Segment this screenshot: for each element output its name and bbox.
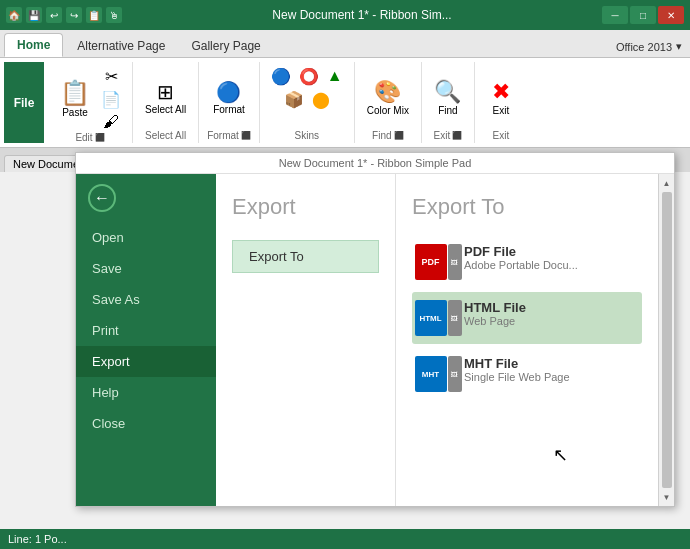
chevron-down-icon: ▾ <box>676 40 682 53</box>
find-button[interactable]: 🔍 Find <box>430 79 466 118</box>
close-button[interactable]: ✕ <box>658 6 684 24</box>
skin3-button[interactable]: ▲ <box>324 66 346 87</box>
clipboard-group-content: 📋 Paste ✂ 📄 🖌 <box>56 62 124 132</box>
backstage-nav: ← Open Save Save As Print Export Help Cl… <box>76 174 216 506</box>
skin5-icon: ⬤ <box>312 90 330 109</box>
titlebar-app-icons: 🏠 💾 ↩ ↪ 📋 🖱 <box>6 7 122 23</box>
mht-item-name: MHT File <box>464 356 570 371</box>
select-group-content: ⊞ Select All <box>141 62 190 130</box>
export-left-title: Export <box>232 194 379 220</box>
mht-icon: MHT <box>415 356 447 392</box>
skin2-icon: ⭕ <box>299 67 319 86</box>
html-item-name: HTML File <box>464 300 526 315</box>
mouse-cursor: ↖ <box>553 444 568 466</box>
export-item-html[interactable]: HTML 🖼 HTML File Web Page <box>412 292 642 344</box>
nav-item-help[interactable]: Help <box>76 377 216 408</box>
exit-icon: ✖ <box>492 81 510 103</box>
format-group-content: 🔵 Format <box>209 62 249 130</box>
minimize-button[interactable]: ─ <box>602 6 628 24</box>
skin4-icon: 📦 <box>284 90 304 109</box>
mht-item-desc: Single File Web Page <box>464 371 570 383</box>
backstage-back-area: ← <box>76 174 216 222</box>
app-icon-home[interactable]: 🏠 <box>6 7 22 23</box>
skins-label: Skins <box>268 130 346 143</box>
mht-icon-container: MHT 🖼 <box>420 356 456 392</box>
html-icon: HTML <box>415 300 447 336</box>
select-all-icon: ⊞ <box>157 82 174 102</box>
skins-group-content: 🔵 ⭕ ▲ 📦 ⬤ <box>268 62 346 130</box>
tab-gallery-page[interactable]: Gallery Page <box>179 35 272 57</box>
nav-item-close[interactable]: Close <box>76 408 216 439</box>
backstage-header: New Document 1* - Ribbon Simple Pad <box>76 153 674 174</box>
nav-item-export[interactable]: Export <box>76 346 216 377</box>
format-button[interactable]: 🔵 Format <box>209 80 249 117</box>
skin3-icon: ▲ <box>327 67 343 85</box>
export-right-title: Export To <box>412 194 642 220</box>
color-mix-icon: 🎨 <box>374 81 401 103</box>
colormix-group-content: 🎨 Color Mix <box>363 62 413 130</box>
tab-home[interactable]: Home <box>4 33 63 57</box>
export-panel: Export Export To Export To PDF 🖼 PDF Fil… <box>216 174 674 506</box>
window-controls: ─ □ ✕ <box>602 6 684 24</box>
html-icon-container: HTML 🖼 <box>420 300 456 336</box>
export-to-button[interactable]: Export To <box>232 240 379 273</box>
ribbon-tab-bar: Home Alternative Page Gallery Page Offic… <box>0 30 690 58</box>
expand-colormix-icon[interactable]: ⬛ <box>394 131 404 140</box>
select-label: Select All <box>141 130 190 143</box>
html-item-text: HTML File Web Page <box>464 300 526 327</box>
find-icon: 🔍 <box>434 81 461 103</box>
scroll-thumb[interactable] <box>662 192 672 488</box>
tab-alternative-page[interactable]: Alternative Page <box>65 35 177 57</box>
colormix-label: Find ⬛ <box>363 130 413 143</box>
skin5-button[interactable]: ⬤ <box>309 89 333 110</box>
pdf-item-desc: Adobe Portable Docu... <box>464 259 578 271</box>
exit-label: Exit <box>483 130 519 143</box>
ribbon-group-format: 🔵 Format Format ⬛ <box>199 62 260 143</box>
app-icon-misc2[interactable]: 🖱 <box>106 7 122 23</box>
pdf-icon: PDF <box>415 244 447 280</box>
export-item-pdf[interactable]: PDF 🖼 PDF File Adobe Portable Docu... <box>412 236 642 288</box>
exit-group-content: ✖ Exit <box>483 62 519 130</box>
select-all-button[interactable]: ⊞ Select All <box>141 80 190 117</box>
ribbon-group-find: 🔍 Find Exit ⬛ <box>422 62 475 143</box>
format-paint-icon: 🖌 <box>103 113 119 131</box>
format-paint-button[interactable]: 🖌 <box>98 112 124 132</box>
export-right-panel: Export To PDF 🖼 PDF File Adobe Portable … <box>396 174 658 506</box>
skin1-button[interactable]: 🔵 <box>268 66 294 87</box>
app-icon-misc[interactable]: 📋 <box>86 7 102 23</box>
app-icon-redo[interactable]: ↪ <box>66 7 82 23</box>
app-icon-undo[interactable]: ↩ <box>46 7 62 23</box>
scroll-up-arrow[interactable]: ▲ <box>660 176 674 190</box>
pdf-icon-container: PDF 🖼 <box>420 244 456 280</box>
skin2-button[interactable]: ⭕ <box>296 66 322 87</box>
exit-button[interactable]: ✖ Exit <box>483 79 519 118</box>
export-item-mht[interactable]: MHT 🖼 MHT File Single File Web Page <box>412 348 642 400</box>
expand-icon[interactable]: ⬛ <box>95 133 105 142</box>
window-title: New Document 1* - Ribbon Sim... <box>122 8 602 22</box>
export-left-panel: Export Export To <box>216 174 396 506</box>
find-label: Exit ⬛ <box>430 130 466 143</box>
nav-item-open[interactable]: Open <box>76 222 216 253</box>
cut-button[interactable]: ✂ <box>98 66 124 87</box>
expand-find-icon[interactable]: ⬛ <box>452 131 462 140</box>
file-button[interactable]: File <box>4 62 44 143</box>
maximize-button[interactable]: □ <box>630 6 656 24</box>
find-group-content: 🔍 Find <box>430 62 466 130</box>
pdf-item-name: PDF File <box>464 244 578 259</box>
office-version-selector[interactable]: Office 2013 ▾ <box>608 36 690 57</box>
backstage-body: ← Open Save Save As Print Export Help Cl… <box>76 174 674 506</box>
paste-button[interactable]: 📋 Paste <box>56 79 94 120</box>
color-mix-button[interactable]: 🎨 Color Mix <box>363 79 413 118</box>
ribbon-group-select: ⊞ Select All Select All <box>133 62 199 143</box>
scrollbar[interactable]: ▲ ▼ <box>658 174 674 506</box>
nav-item-save-as[interactable]: Save As <box>76 284 216 315</box>
copy-button[interactable]: 📄 <box>98 89 124 110</box>
scroll-down-arrow[interactable]: ▼ <box>660 490 674 504</box>
nav-item-save[interactable]: Save <box>76 253 216 284</box>
pdf-item-text: PDF File Adobe Portable Docu... <box>464 244 578 271</box>
app-icon-save[interactable]: 💾 <box>26 7 42 23</box>
back-button[interactable]: ← <box>88 184 116 212</box>
expand-format-icon[interactable]: ⬛ <box>241 131 251 140</box>
skin4-button[interactable]: 📦 <box>281 89 307 110</box>
nav-item-print[interactable]: Print <box>76 315 216 346</box>
